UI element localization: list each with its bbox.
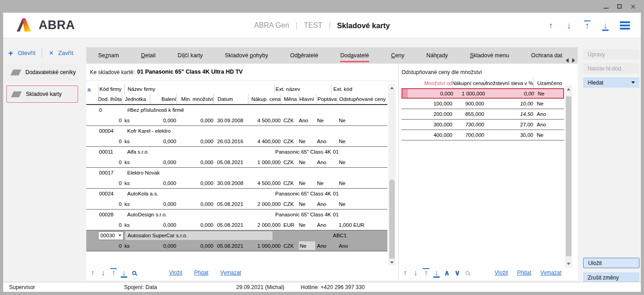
col-kod-firmy[interactable]: Kód firmy [98,84,124,94]
row-first-icon[interactable]: ↑ [422,269,430,277]
tab-nahrady[interactable]: Náhrady [426,47,448,64]
tab-scroll-right-icon[interactable] [572,58,575,63]
hlavni-focused-cell[interactable]: Ne [299,241,315,250]
supplier-row[interactable]: 00028AutoDesign s.r.o.Panasonic 65" Clas… [86,210,387,230]
cell-poptavat: Ano [316,243,337,249]
col-nazev-firmy[interactable]: Název firmy [124,84,274,94]
tier-row[interactable]: 100,000 900,000 10,00 Ne [401,99,564,109]
row-down-icon[interactable]: ↓ [99,269,107,277]
tab-skladove-menu[interactable]: Skladové menu [470,47,509,64]
cell-poptavat: Ano [316,222,337,228]
tab-dodavatele[interactable]: Dodavatelé [340,47,369,64]
row-up-icon[interactable]: ↑ [401,269,409,277]
scroll-up-icon[interactable] [565,85,572,93]
hledat-button[interactable]: Hledat [583,77,639,88]
next-record-icon[interactable]: ↓ [565,21,573,30]
scrollbar-thumb[interactable] [389,180,395,264]
supplier-row-selected[interactable]: 00030 Autosalon SuperCar s.r.o. ABC1 0ks… [86,230,387,251]
tier-row-selected[interactable]: 0,000 1 000,000 0,00 Ne [401,88,564,99]
row-first-icon[interactable]: ↑ [110,269,117,277]
add-link[interactable]: Přidat [194,270,208,276]
tab-detail[interactable]: Detail [141,47,155,64]
cell-mena: CZK [281,243,298,249]
tab-dilci-karty[interactable]: Dílčí karty [178,47,203,64]
insert-link[interactable]: Vložit [495,270,508,276]
cell-datum: 05.08.2021 [213,160,248,165]
add-link[interactable]: Přidat [517,270,531,276]
col-mnozstvi-od[interactable]: Množství od [401,78,452,88]
kod-firmy-dropdown[interactable]: 00030 [98,231,124,240]
scroll-up-icon[interactable] [388,84,396,91]
app-frame: ABRA ABRA Gen | TEST | Skladové karty ↑ … [3,13,641,292]
tier-row[interactable]: 400,000 700,000 30,00 Ne [401,130,564,140]
minimize-button[interactable] [602,3,609,10]
tab-odberatele[interactable]: Odběratelé [290,47,318,64]
col-nakup-cena[interactable]: Nákup. cena [248,94,281,104]
row-last-icon[interactable]: ↓ [120,269,128,277]
menu-icon[interactable] [620,21,630,30]
delete-link[interactable]: Vymazat [540,270,561,276]
cell-cena: 1 000,000 [248,243,281,249]
supplier-row[interactable]: 0#Bez příslušnosti k firmě 0ks0,0000,000… [86,105,387,126]
move-up-icon[interactable]: ∧ [443,269,451,277]
col-baleni[interactable]: Balení [150,94,176,104]
suppliers-scrollbar[interactable] [388,84,396,266]
zrusit-zmeny-button[interactable]: Zrušit změny [583,272,639,283]
supplier-row[interactable]: 00011Alfa s.r.o.Panasonic 65" Class 4K U… [86,147,387,168]
sidebar-item-dodavatelske-ceniky[interactable]: Dodavatelské ceníky [6,64,78,81]
tab-scroll-left-icon[interactable] [566,58,569,63]
cell-lhuta: 0 [98,160,122,165]
maximize-button[interactable] [616,3,623,10]
supplier-row[interactable]: 00004Kofr Karel - elektro 0ks0,0000,0002… [86,126,387,147]
prev-record-icon[interactable]: ↑ [547,21,555,30]
tab-skladove-pohyby[interactable]: Skladové pohyby [225,47,268,64]
nazev-firmy-input[interactable]: Autosalon SuperCar s.r.o. [125,231,272,240]
col-jednotka[interactable]: Jednotka [122,94,150,104]
col-mena[interactable]: Měna [281,94,298,104]
tier-row[interactable]: 200,000 855,000 14,50 Ano [401,109,564,120]
search-icon[interactable] [132,271,136,275]
cell-lhuta: 0 [98,139,122,144]
status-connection: Spojení: Data [124,284,157,290]
tab-seznam[interactable]: Seznam [98,47,119,64]
tab-ceny[interactable]: Ceny [391,47,404,64]
col-hlavni[interactable]: Hlavní [298,94,316,104]
scrollbar-thumb[interactable] [566,96,571,256]
scroll-down-icon[interactable] [388,259,396,266]
cell-odstup: Ne [337,201,387,207]
col-dod-lhuta[interactable]: Dod. lhůta [98,94,122,104]
col-min-mnozstvi[interactable]: Min. množství [176,94,213,104]
open-button[interactable]: Otevřít [18,50,35,56]
col-ext-kod[interactable]: Ext. kód [331,84,387,94]
close-button-left[interactable]: Zavřít [58,50,73,56]
supplier-row[interactable]: 00024AutoKola a.s.Panasonic 65" Class 4K… [86,189,387,210]
delete-link[interactable]: Vymazat [220,270,241,276]
first-record-icon[interactable]: ↑ [584,21,591,30]
col-poptavat[interactable]: Poptávat [316,94,337,104]
tier-row[interactable]: 300,000 730,000 27,00 Ano [401,120,564,130]
scroll-down-icon[interactable] [565,260,572,267]
sidebar-item-skladove-karty[interactable]: Skladové karty [6,85,78,103]
status-date: 29.09.2021 (Michal) [236,284,284,290]
col-uzamceno[interactable]: Uzamčeno [533,78,564,88]
cell-mena: CZK [281,118,298,123]
cell-hlavni: Ne [298,222,316,228]
col-odstupnovane-ceny[interactable]: Odstupňované ceny [337,94,387,104]
col-nakupni-cena[interactable]: Nákupní cena [452,78,484,88]
supplier-row[interactable]: 00017Elektro Novak 0ks0,0000,00030.09.20… [86,168,387,189]
col-mnozstevni-sleva[interactable]: Množstevní sleva v % [484,78,533,88]
cell-nazev: #Bez příslušnosti k firmě [124,107,274,113]
cell-poptavat: Ano [316,201,337,207]
insert-link[interactable]: Vložit [169,270,182,276]
ulozit-button[interactable]: Uložit [583,258,639,268]
row-last-icon[interactable]: ↓ [433,269,440,277]
close-button[interactable]: ✕ [629,3,637,10]
tab-ochrana-dat[interactable]: Ochrana dat [531,47,562,64]
last-record-icon[interactable]: ↓ [602,21,609,30]
col-ext-nazev[interactable]: Ext. název [274,84,331,94]
row-up-icon[interactable]: ↑ [89,269,96,277]
move-down-icon[interactable]: ∨ [454,269,461,277]
col-datum[interactable]: Datum [213,94,248,104]
row-down-icon[interactable]: ↓ [412,269,419,277]
tiers-scrollbar[interactable] [565,85,572,267]
